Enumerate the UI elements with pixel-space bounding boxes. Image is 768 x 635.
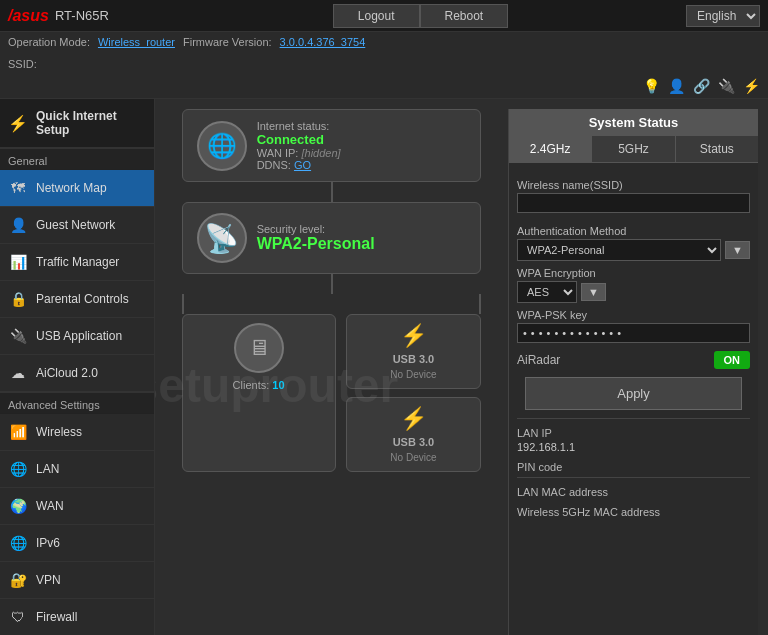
tab-status[interactable]: Status [676,136,758,162]
wpa-enc-select[interactable]: AES TKIP AES+TKIP [517,281,577,303]
ddns-label: DDNS: [257,159,291,171]
sidebar-label-lan: LAN [36,462,59,476]
sidebar-label-wan: WAN [36,499,64,513]
security-label: Security level: [257,223,467,235]
sidebar-item-aicloud[interactable]: ☁ AiCloud 2.0 [0,355,154,392]
main-layout: ⚡ Quick InternetSetup General 🗺 Network … [0,99,768,635]
tab-5ghz[interactable]: 5GHz [592,136,675,162]
auth-method-select[interactable]: WPA2-Personal WPA-Personal Open System [517,239,721,261]
security-value: WPA2-Personal [257,235,467,253]
sidebar-label-guest-network: Guest Network [36,218,115,232]
sidebar-label-network-map: Network Map [36,181,107,195]
reboot-button[interactable]: Reboot [420,4,509,28]
apply-button[interactable]: Apply [525,377,742,410]
usb1-label: USB 3.0 [393,353,435,365]
usb2-sub: No Device [390,452,436,463]
sidebar-item-usb-application[interactable]: 🔌 USB Application [0,318,154,355]
divider2 [517,477,750,478]
router-box: 📡 Security level: WPA2-Personal [182,202,482,274]
top-bar: /asus RT-N65R Logout Reboot English 中文 日… [0,0,768,32]
sidebar: ⚡ Quick InternetSetup General 🗺 Network … [0,99,155,635]
wpa-psk-label: WPA-PSK key [517,309,750,321]
router-info: Security level: WPA2-Personal [257,223,467,253]
wan-ip-label: WAN IP: [257,147,299,159]
usb2-label: USB 3.0 [393,436,435,448]
wan-info: Internet status: Connected WAN IP: [hidd… [257,120,467,171]
sidebar-label-wireless: Wireless [36,425,82,439]
status-content: Wireless name(SSID) Authentication Metho… [509,163,758,635]
network-diagram: setuprouter 🌐 Internet status: Connected… [165,109,498,635]
wpa-psk-input[interactable] [517,323,750,343]
sidebar-label-firewall: Firewall [36,610,77,624]
usb1-box: ⚡ USB 3.0 No Device [346,314,482,389]
clients-box[interactable]: 🖥 Clients: 10 [182,314,336,472]
sidebar-label-aicloud: AiCloud 2.0 [36,366,98,380]
power-icon: ⚡ [743,78,760,94]
auth-method-label: Authentication Method [517,225,750,237]
router-icon: 📡 [197,213,247,263]
system-status-panel: System Status 2.4GHz 5GHz Status Wireles… [508,109,758,635]
guest-network-icon: 👤 [8,215,28,235]
info-icons: 💡 👤 🔗 🔌 ⚡ [643,78,760,94]
language-select[interactable]: English 中文 日本語 [686,5,760,27]
firmware-value[interactable]: 3.0.0.4.376_3754 [280,36,366,48]
network-map-icon: 🗺 [8,178,28,198]
airadar-row: AiRadar ON [517,351,750,369]
wireless-name-input[interactable] [517,193,750,213]
airadar-label: AiRadar [517,353,714,367]
logo-model: RT-N65R [55,8,109,23]
sidebar-item-network-map[interactable]: 🗺 Network Map [0,170,154,207]
wan-status-value: Connected [257,132,467,147]
network-map-area: setuprouter 🌐 Internet status: Connected… [155,99,768,635]
lan-ip-label: LAN IP [517,427,750,439]
logout-button[interactable]: Logout [333,4,420,28]
sidebar-item-wireless[interactable]: 📶 Wireless [0,414,154,451]
wpa-enc-row: AES TKIP AES+TKIP ▼ [517,281,750,303]
sidebar-item-ipv6[interactable]: 🌐 IPv6 [0,525,154,562]
sidebar-label-parental-controls: Parental Controls [36,292,129,306]
sidebar-item-traffic-manager[interactable]: 📊 Traffic Manager [0,244,154,281]
device-row: 🖥 Clients: 10 ⚡ USB 3.0 No Device [182,314,482,472]
sidebar-item-wan[interactable]: 🌍 WAN [0,488,154,525]
system-status-header: System Status [509,109,758,136]
top-nav: Logout Reboot [155,4,686,28]
person-icon: 👤 [668,78,685,94]
quick-setup-icon: ⚡ [8,114,28,133]
lang-area: English 中文 日本語 [686,5,760,27]
clients-text: Clients: [233,379,270,391]
sidebar-item-parental-controls[interactable]: 🔒 Parental Controls [0,281,154,318]
divider1 [517,418,750,419]
wireless-5ghz-mac-label: Wireless 5GHz MAC address [517,506,750,518]
sidebar-item-vpn[interactable]: 🔐 VPN [0,562,154,599]
operation-mode-value[interactable]: Wireless_router [98,36,175,48]
sidebar-quick-internet-setup[interactable]: ⚡ Quick InternetSetup [0,99,154,148]
vpn-icon: 🔐 [8,570,28,590]
wan-box: 🌐 Internet status: Connected WAN IP: [hi… [182,109,482,182]
clients-icon: 🖥 [234,323,284,373]
parental-controls-icon: 🔒 [8,289,28,309]
ddns-go-link[interactable]: GO [294,159,311,171]
sidebar-label-usb-application: USB Application [36,329,122,343]
connector-wan-router [331,182,333,202]
wireless-name-label: Wireless name(SSID) [517,179,750,191]
tab-2-4ghz[interactable]: 2.4GHz [509,136,592,162]
sidebar-item-lan[interactable]: 🌐 LAN [0,451,154,488]
aicloud-icon: ☁ [8,363,28,383]
auth-method-row: WPA2-Personal WPA-Personal Open System ▼ [517,239,750,261]
sidebar-label-ipv6: IPv6 [36,536,60,550]
usb1-sub: No Device [390,369,436,380]
auth-method-arrow[interactable]: ▼ [725,241,750,259]
sidebar-general-section: General [0,148,154,170]
sidebar-advanced-section: Advanced Settings [0,392,154,414]
firewall-icon: 🛡 [8,607,28,627]
status-tabs: 2.4GHz 5GHz Status [509,136,758,163]
sidebar-item-guest-network[interactable]: 👤 Guest Network [0,207,154,244]
pin-code-label: PIN code [517,461,750,473]
airadar-toggle[interactable]: ON [714,351,751,369]
sidebar-quick-label: Quick InternetSetup [36,109,117,137]
bulb-icon: 💡 [643,78,660,94]
sidebar-item-firewall[interactable]: 🛡 Firewall [0,599,154,635]
lan-ip-value: 192.168.1.1 [517,441,750,453]
info-bar: Operation Mode: Wireless_router Firmware… [0,32,768,99]
wpa-enc-arrow[interactable]: ▼ [581,283,606,301]
